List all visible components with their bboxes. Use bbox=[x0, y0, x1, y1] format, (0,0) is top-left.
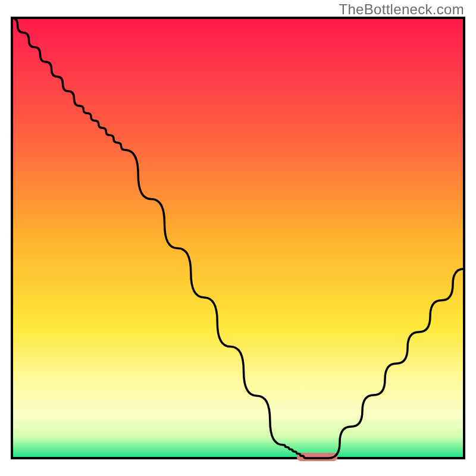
chart-frame: TheBottleneck.com bbox=[0, 0, 476, 476]
plot-background bbox=[12, 18, 464, 458]
bottleneck-chart bbox=[0, 0, 476, 476]
